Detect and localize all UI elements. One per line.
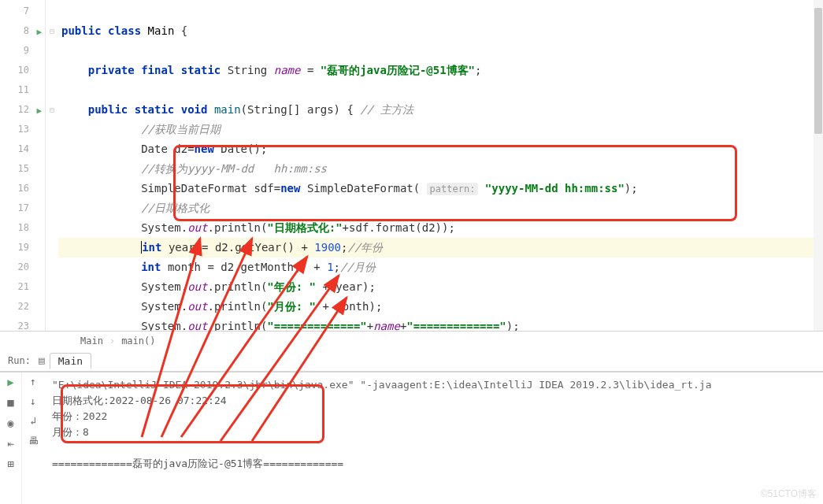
line-number: 15 xyxy=(0,159,45,179)
breadcrumb-method[interactable]: main() xyxy=(121,335,155,346)
rerun-button[interactable]: ▶ xyxy=(7,376,13,388)
console-line: 年份：2022 xyxy=(52,409,815,424)
code-line[interactable]: System.out.println("日期格式化:"+sdf.format(d… xyxy=(58,218,823,238)
run-line-icon[interactable]: ▶ xyxy=(36,100,42,120)
line-number: 13 xyxy=(0,120,45,139)
code-area[interactable]: public class Main { private final static… xyxy=(58,0,823,331)
code-line[interactable] xyxy=(58,41,823,61)
vertical-scrollbar[interactable] xyxy=(814,0,823,331)
line-number: 22 xyxy=(0,297,45,317)
line-number: 21 xyxy=(0,277,45,297)
line-number: 19 xyxy=(0,238,45,258)
code-line[interactable]: //获取当前日期 xyxy=(58,120,823,139)
code-line[interactable]: public class Main { xyxy=(58,21,823,41)
line-number-gutter: 78▶9101112▶1314151617181920212223 xyxy=(0,0,46,331)
stop-button[interactable]: ■ xyxy=(7,396,13,409)
line-number: 8▶ xyxy=(0,21,45,41)
run-header: Run: ▤ Main xyxy=(0,350,823,372)
console-line: 月份：8 xyxy=(52,424,815,440)
code-line[interactable]: SimpleDateFormat sdf=new SimpleDateForma… xyxy=(58,179,823,198)
code-line[interactable]: int year = d2.getYear() + 1900;//年份 xyxy=(58,238,823,258)
code-line[interactable]: //转换为yyyy-MM-dd hh:mm:ss xyxy=(58,159,823,179)
run-label: Run: xyxy=(0,355,39,366)
code-line[interactable]: public static void main(String[] args) {… xyxy=(58,100,823,120)
line-number: 17 xyxy=(0,198,45,218)
line-number: 9 xyxy=(0,41,45,61)
run-config-icon: ▤ xyxy=(39,354,45,366)
fold-icon[interactable]: ⊟ xyxy=(46,100,58,120)
watermark: ©51CTO博客 xyxy=(761,487,817,501)
scroll-down-button[interactable]: ↓ xyxy=(30,395,36,407)
soft-wrap-button[interactable]: ↲ xyxy=(30,415,36,427)
line-number: 7 xyxy=(0,2,45,21)
code-line[interactable]: Date d2=new Date(); xyxy=(58,139,823,159)
line-number: 16 xyxy=(0,179,45,198)
scrollbar-thumb[interactable] xyxy=(814,8,822,134)
code-line[interactable]: System.out.println("============="+name+… xyxy=(58,317,823,331)
code-line[interactable]: System.out.println("年份: " + year); xyxy=(58,277,823,297)
code-line[interactable]: //日期格式化 xyxy=(58,198,823,218)
breadcrumb[interactable]: Main › main() xyxy=(0,331,823,350)
run-toolbar-left: ▶ ■ ◉ ⇤ ⊞ xyxy=(0,372,22,504)
fold-column: ⊟⊟ xyxy=(46,0,58,331)
code-line[interactable]: System.out.println("月份: " + month); xyxy=(58,297,823,317)
layout-button[interactable]: ⊞ xyxy=(7,458,13,470)
scroll-up-button[interactable]: ↑ xyxy=(30,376,36,387)
line-number: 12▶ xyxy=(0,100,45,120)
line-number: 11 xyxy=(0,80,45,100)
line-number: 10 xyxy=(0,61,45,80)
code-line[interactable]: int month = d2.getMonth() + 1;//月份 xyxy=(58,258,823,277)
line-number: 14 xyxy=(0,139,45,159)
print-button[interactable]: 🖶 xyxy=(28,435,39,447)
run-line-icon[interactable]: ▶ xyxy=(36,21,42,41)
run-tab[interactable]: Main xyxy=(50,353,91,369)
code-editor[interactable]: 78▶9101112▶1314151617181920212223 ⊟⊟ pub… xyxy=(0,0,823,331)
code-line[interactable] xyxy=(58,2,823,21)
run-toolbar-inner: ↑ ↓ ↲ 🖶 xyxy=(22,372,44,504)
code-line[interactable]: private final static String name = "磊哥的j… xyxy=(58,61,823,80)
console-line: =============磊哥的java历险记-@51博客===========… xyxy=(52,456,815,472)
dump-button[interactable]: ◉ xyxy=(7,417,13,429)
exit-button[interactable]: ⇤ xyxy=(7,437,13,450)
line-number: 20 xyxy=(0,258,45,277)
breadcrumb-class[interactable]: Main xyxy=(80,335,103,346)
console-line xyxy=(52,440,815,456)
console-line: 日期格式化:2022-08-26 07:22:24 xyxy=(52,393,815,409)
fold-icon[interactable]: ⊟ xyxy=(46,21,58,41)
chevron-right-icon: › xyxy=(109,335,115,346)
line-number: 23 xyxy=(0,317,45,336)
console-line: "E:\idea\IntelliJ IDEA 2019.2.3\jbr\bin\… xyxy=(52,377,815,393)
console-output[interactable]: "E:\idea\IntelliJ IDEA 2019.2.3\jbr\bin\… xyxy=(44,372,823,504)
run-panel: ▶ ■ ◉ ⇤ ⊞ ↑ ↓ ↲ 🖶 "E:\idea\IntelliJ IDEA… xyxy=(0,372,823,504)
line-number: 18 xyxy=(0,218,45,238)
code-line[interactable] xyxy=(58,80,823,100)
